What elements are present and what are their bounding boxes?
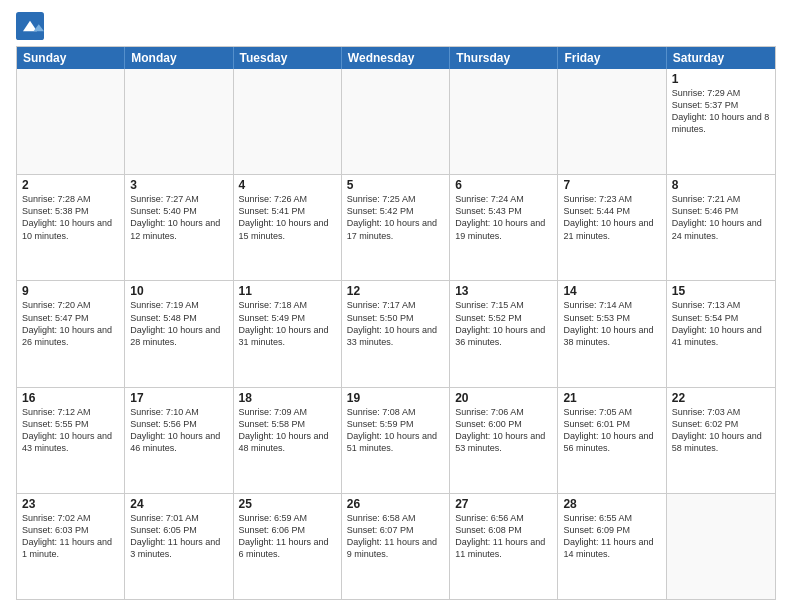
day-number: 19	[347, 391, 444, 405]
day-info: Sunrise: 7:15 AM Sunset: 5:52 PM Dayligh…	[455, 299, 552, 348]
day-cell: 13Sunrise: 7:15 AM Sunset: 5:52 PM Dayli…	[450, 281, 558, 386]
day-cell: 4Sunrise: 7:26 AM Sunset: 5:41 PM Daylig…	[234, 175, 342, 280]
day-header-tuesday: Tuesday	[234, 47, 342, 69]
day-info: Sunrise: 7:01 AM Sunset: 6:05 PM Dayligh…	[130, 512, 227, 561]
day-cell: 25Sunrise: 6:59 AM Sunset: 6:06 PM Dayli…	[234, 494, 342, 599]
day-info: Sunrise: 7:24 AM Sunset: 5:43 PM Dayligh…	[455, 193, 552, 242]
day-number: 8	[672, 178, 770, 192]
week-row-5: 23Sunrise: 7:02 AM Sunset: 6:03 PM Dayli…	[17, 493, 775, 599]
day-cell	[234, 69, 342, 174]
day-header-monday: Monday	[125, 47, 233, 69]
day-number: 18	[239, 391, 336, 405]
day-info: Sunrise: 7:12 AM Sunset: 5:55 PM Dayligh…	[22, 406, 119, 455]
day-info: Sunrise: 6:58 AM Sunset: 6:07 PM Dayligh…	[347, 512, 444, 561]
day-cell	[667, 494, 775, 599]
day-number: 7	[563, 178, 660, 192]
day-info: Sunrise: 7:05 AM Sunset: 6:01 PM Dayligh…	[563, 406, 660, 455]
day-cell: 28Sunrise: 6:55 AM Sunset: 6:09 PM Dayli…	[558, 494, 666, 599]
day-info: Sunrise: 7:27 AM Sunset: 5:40 PM Dayligh…	[130, 193, 227, 242]
day-headers: SundayMondayTuesdayWednesdayThursdayFrid…	[17, 47, 775, 69]
day-number: 28	[563, 497, 660, 511]
day-number: 24	[130, 497, 227, 511]
week-row-3: 9Sunrise: 7:20 AM Sunset: 5:47 PM Daylig…	[17, 280, 775, 386]
day-number: 4	[239, 178, 336, 192]
day-number: 20	[455, 391, 552, 405]
day-cell: 1Sunrise: 7:29 AM Sunset: 5:37 PM Daylig…	[667, 69, 775, 174]
day-cell	[450, 69, 558, 174]
day-cell	[125, 69, 233, 174]
day-cell: 16Sunrise: 7:12 AM Sunset: 5:55 PM Dayli…	[17, 388, 125, 493]
day-info: Sunrise: 7:28 AM Sunset: 5:38 PM Dayligh…	[22, 193, 119, 242]
calendar-body: 1Sunrise: 7:29 AM Sunset: 5:37 PM Daylig…	[17, 69, 775, 599]
day-info: Sunrise: 6:59 AM Sunset: 6:06 PM Dayligh…	[239, 512, 336, 561]
week-row-4: 16Sunrise: 7:12 AM Sunset: 5:55 PM Dayli…	[17, 387, 775, 493]
day-header-wednesday: Wednesday	[342, 47, 450, 69]
day-info: Sunrise: 7:23 AM Sunset: 5:44 PM Dayligh…	[563, 193, 660, 242]
day-number: 26	[347, 497, 444, 511]
day-number: 17	[130, 391, 227, 405]
day-info: Sunrise: 6:56 AM Sunset: 6:08 PM Dayligh…	[455, 512, 552, 561]
day-number: 3	[130, 178, 227, 192]
day-info: Sunrise: 7:19 AM Sunset: 5:48 PM Dayligh…	[130, 299, 227, 348]
day-cell	[17, 69, 125, 174]
day-header-saturday: Saturday	[667, 47, 775, 69]
day-info: Sunrise: 7:13 AM Sunset: 5:54 PM Dayligh…	[672, 299, 770, 348]
day-cell: 23Sunrise: 7:02 AM Sunset: 6:03 PM Dayli…	[17, 494, 125, 599]
day-cell: 27Sunrise: 6:56 AM Sunset: 6:08 PM Dayli…	[450, 494, 558, 599]
day-number: 11	[239, 284, 336, 298]
day-number: 12	[347, 284, 444, 298]
logo-icon	[16, 12, 44, 40]
day-cell: 5Sunrise: 7:25 AM Sunset: 5:42 PM Daylig…	[342, 175, 450, 280]
day-number: 1	[672, 72, 770, 86]
day-cell: 6Sunrise: 7:24 AM Sunset: 5:43 PM Daylig…	[450, 175, 558, 280]
day-number: 2	[22, 178, 119, 192]
day-cell: 7Sunrise: 7:23 AM Sunset: 5:44 PM Daylig…	[558, 175, 666, 280]
week-row-1: 1Sunrise: 7:29 AM Sunset: 5:37 PM Daylig…	[17, 69, 775, 174]
day-cell	[342, 69, 450, 174]
day-info: Sunrise: 7:10 AM Sunset: 5:56 PM Dayligh…	[130, 406, 227, 455]
day-cell: 22Sunrise: 7:03 AM Sunset: 6:02 PM Dayli…	[667, 388, 775, 493]
day-header-thursday: Thursday	[450, 47, 558, 69]
day-cell: 15Sunrise: 7:13 AM Sunset: 5:54 PM Dayli…	[667, 281, 775, 386]
day-cell: 19Sunrise: 7:08 AM Sunset: 5:59 PM Dayli…	[342, 388, 450, 493]
day-number: 23	[22, 497, 119, 511]
day-info: Sunrise: 7:14 AM Sunset: 5:53 PM Dayligh…	[563, 299, 660, 348]
day-cell: 3Sunrise: 7:27 AM Sunset: 5:40 PM Daylig…	[125, 175, 233, 280]
day-cell	[558, 69, 666, 174]
day-info: Sunrise: 7:20 AM Sunset: 5:47 PM Dayligh…	[22, 299, 119, 348]
day-info: Sunrise: 7:06 AM Sunset: 6:00 PM Dayligh…	[455, 406, 552, 455]
day-info: Sunrise: 7:09 AM Sunset: 5:58 PM Dayligh…	[239, 406, 336, 455]
day-number: 5	[347, 178, 444, 192]
day-info: Sunrise: 7:03 AM Sunset: 6:02 PM Dayligh…	[672, 406, 770, 455]
day-info: Sunrise: 7:18 AM Sunset: 5:49 PM Dayligh…	[239, 299, 336, 348]
day-info: Sunrise: 7:21 AM Sunset: 5:46 PM Dayligh…	[672, 193, 770, 242]
day-number: 16	[22, 391, 119, 405]
day-number: 27	[455, 497, 552, 511]
day-info: Sunrise: 7:08 AM Sunset: 5:59 PM Dayligh…	[347, 406, 444, 455]
page-header	[16, 12, 776, 40]
day-cell: 20Sunrise: 7:06 AM Sunset: 6:00 PM Dayli…	[450, 388, 558, 493]
day-info: Sunrise: 7:02 AM Sunset: 6:03 PM Dayligh…	[22, 512, 119, 561]
day-cell: 24Sunrise: 7:01 AM Sunset: 6:05 PM Dayli…	[125, 494, 233, 599]
day-info: Sunrise: 7:29 AM Sunset: 5:37 PM Dayligh…	[672, 87, 770, 136]
logo	[16, 12, 48, 40]
day-number: 21	[563, 391, 660, 405]
day-info: Sunrise: 7:25 AM Sunset: 5:42 PM Dayligh…	[347, 193, 444, 242]
day-info: Sunrise: 7:26 AM Sunset: 5:41 PM Dayligh…	[239, 193, 336, 242]
day-cell: 21Sunrise: 7:05 AM Sunset: 6:01 PM Dayli…	[558, 388, 666, 493]
day-number: 6	[455, 178, 552, 192]
day-cell: 2Sunrise: 7:28 AM Sunset: 5:38 PM Daylig…	[17, 175, 125, 280]
day-cell: 26Sunrise: 6:58 AM Sunset: 6:07 PM Dayli…	[342, 494, 450, 599]
day-cell: 17Sunrise: 7:10 AM Sunset: 5:56 PM Dayli…	[125, 388, 233, 493]
day-number: 15	[672, 284, 770, 298]
day-number: 10	[130, 284, 227, 298]
day-cell: 8Sunrise: 7:21 AM Sunset: 5:46 PM Daylig…	[667, 175, 775, 280]
day-number: 14	[563, 284, 660, 298]
calendar: SundayMondayTuesdayWednesdayThursdayFrid…	[16, 46, 776, 600]
day-number: 22	[672, 391, 770, 405]
day-cell: 18Sunrise: 7:09 AM Sunset: 5:58 PM Dayli…	[234, 388, 342, 493]
week-row-2: 2Sunrise: 7:28 AM Sunset: 5:38 PM Daylig…	[17, 174, 775, 280]
day-header-sunday: Sunday	[17, 47, 125, 69]
day-info: Sunrise: 6:55 AM Sunset: 6:09 PM Dayligh…	[563, 512, 660, 561]
day-cell: 14Sunrise: 7:14 AM Sunset: 5:53 PM Dayli…	[558, 281, 666, 386]
